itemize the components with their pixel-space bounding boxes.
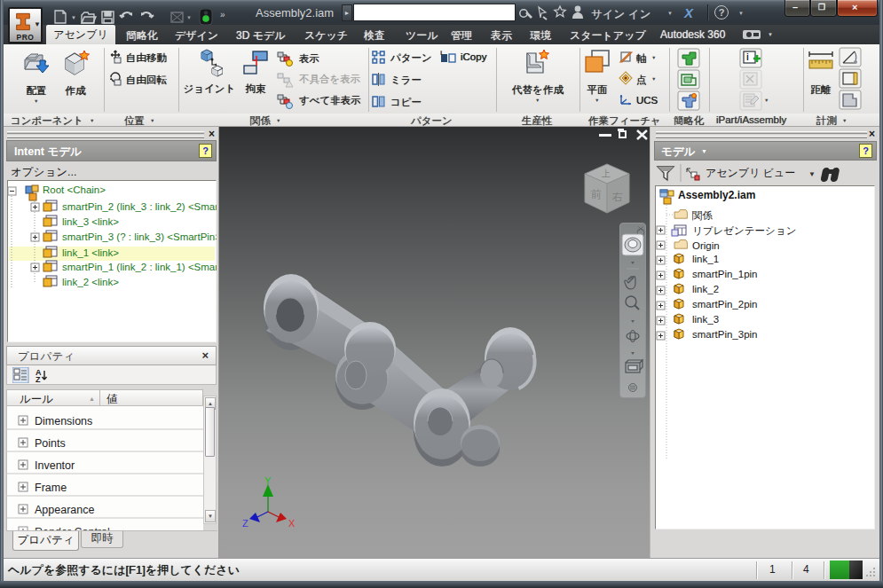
svg-text:▼: ▼	[808, 170, 816, 178]
svg-text:link_2: link_2	[692, 284, 719, 294]
svg-text:i: i	[746, 52, 749, 62]
svg-text:link_1: link_1	[692, 254, 719, 264]
svg-text:▼: ▼	[71, 15, 76, 20]
svg-text:前: 前	[591, 188, 602, 200]
svg-text:Y: Y	[264, 477, 272, 486]
svg-text:Appearance: Appearance	[35, 504, 94, 516]
svg-text:link_1 <link>: link_1 <link>	[62, 247, 119, 258]
svg-text:link_3: link_3	[692, 314, 719, 325]
svg-text:Inventor: Inventor	[35, 459, 75, 472]
svg-text:Origin: Origin	[692, 240, 720, 251]
svg-text:右: 右	[611, 191, 623, 203]
svg-text:アセンブリ ビュー: アセンブリ ビュー	[706, 167, 795, 179]
svg-text:smartPin_2pin: smartPin_2pin	[692, 299, 758, 310]
svg-text:Z: Z	[35, 375, 41, 383]
svg-text:smartPin_2 (link_3 : link_2) <: smartPin_2 (link_3 : link_2) <Smar...	[62, 201, 217, 212]
svg-text:Points: Points	[35, 437, 66, 450]
svg-text:Frame: Frame	[35, 482, 67, 494]
svg-text:リプレゼンテーション: リプレゼンテーション	[692, 225, 796, 236]
svg-text:smartPin_1 (link_2 : link_1) <: smartPin_1 (link_2 : link_1) <Smar...	[62, 262, 217, 272]
svg-text:X: X	[288, 518, 296, 529]
svg-text:Root <Chain>: Root <Chain>	[43, 184, 106, 195]
svg-text:Dimensions: Dimensions	[35, 415, 92, 427]
svg-text:Z: Z	[242, 518, 248, 529]
svg-text:上: 上	[601, 169, 611, 178]
svg-text:link_2 <link>: link_2 <link>	[62, 277, 119, 287]
svg-text:関係: 関係	[692, 210, 713, 221]
svg-text:smartPin_1pin: smartPin_1pin	[692, 269, 758, 279]
svg-text:▼: ▼	[186, 15, 192, 20]
svg-text:smartPin_3 (? : link_3) <Smart: smartPin_3 (? : link_3) <SmartPin>	[62, 231, 217, 242]
svg-text:Assembly2.iam: Assembly2.iam	[678, 189, 755, 201]
svg-text:smartPin_3pin: smartPin_3pin	[692, 329, 758, 340]
svg-text:link_3 <link>: link_3 <link>	[62, 216, 119, 227]
svg-text:i: i	[440, 50, 442, 57]
